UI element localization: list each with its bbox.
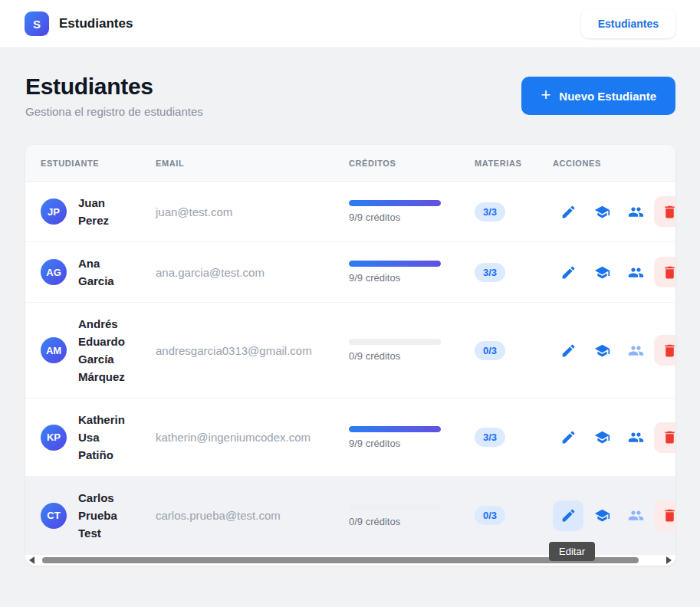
delete-button[interactable] [654,196,675,227]
people-icon [628,429,644,445]
groups-button[interactable] [620,422,651,453]
credits-progress-bar [349,504,441,510]
avatar: KP [41,425,67,451]
subjects-button[interactable] [587,196,617,227]
new-student-button-label: Nuevo Estudiante [559,90,656,103]
materias-badge: 3/3 [475,428,505,447]
groups-button[interactable] [620,500,651,531]
actions-cell [553,500,675,531]
topbar-brand: S Estudiantes [25,11,133,36]
student-cell: KP Katherin Usa Patiño [25,411,156,464]
app-logo-letter: S [33,18,41,31]
actions-cell [553,335,675,366]
credits-cell: 9/9 créditos [349,426,472,449]
people-icon [628,507,644,523]
materias-badge: 0/3 [475,341,505,360]
app-title: Estudiantes [59,16,133,31]
avatar-initials: KP [47,431,61,443]
subjects-button[interactable] [587,500,617,531]
credits-cell: 9/9 créditos [349,200,472,223]
student-email: ana.garcia@test.com [156,266,349,279]
avatar: JP [41,199,67,225]
materias-cell: 0/3 [472,341,553,360]
student-name: Carlos Prueba Test [78,489,130,542]
subjects-button[interactable] [587,257,617,287]
materias-cell: 3/3 [472,428,553,447]
delete-button[interactable] [654,500,675,531]
people-icon [628,264,644,281]
delete-button[interactable] [654,422,675,453]
avatar: CT [41,503,67,529]
credits-cell: 0/9 créditos [349,504,472,527]
column-header-email: Email [156,159,349,168]
credits-progress-fill [349,261,441,267]
avatar: AG [41,259,67,285]
column-header-creditos: Créditos [349,159,472,168]
credits-cell: 0/9 créditos [349,339,472,362]
delete-button[interactable] [654,335,675,366]
school-icon [594,429,610,445]
table-row: AM Andrés Eduardo García Márquez andresg… [25,303,675,399]
plus-icon: + [541,87,550,103]
avatar-initials: AG [46,267,61,278]
school-icon [594,507,610,523]
avatar-initials: JP [48,206,60,218]
credits-progress-bar [349,426,441,432]
topbar: S Estudiantes Estudiantes [0,0,700,48]
delete-button[interactable] [654,257,675,287]
materias-badge: 3/3 [475,202,505,221]
groups-button[interactable] [620,335,651,366]
student-name: Andrés Eduardo García Márquez [78,315,130,386]
credits-cell: 9/9 créditos [349,261,472,284]
people-icon [628,204,644,220]
credits-label: 9/9 créditos [349,212,472,223]
table-header-row: Estudiante Email Créditos Materias Accio… [25,145,675,182]
edit-button[interactable] [553,500,583,531]
trash-icon [662,507,676,523]
edit-icon [560,343,577,359]
edit-icon [560,264,577,281]
edit-icon [560,204,577,220]
student-email: katherin@ingeniumcodex.com [156,431,349,444]
school-icon [594,343,610,359]
materias-badge: 3/3 [475,263,505,282]
people-icon [628,343,644,359]
actions-cell [553,196,675,227]
students-table: Estudiante Email Créditos Materias Accio… [25,145,675,555]
trash-icon [662,429,676,445]
student-cell: JP Juan Perez [25,194,156,229]
student-cell: CT Carlos Prueba Test [25,489,156,542]
main-content: Estudiantes Gestiona el registro de estu… [0,74,700,566]
subjects-button[interactable] [587,422,617,453]
edit-tooltip: Editar [549,542,595,561]
edit-button[interactable] [553,422,583,453]
avatar-initials: AM [46,345,61,356]
table-row: KP Katherin Usa Patiño katherin@ingenium… [25,399,675,477]
edit-icon [560,429,577,445]
scroll-left-arrow-icon[interactable] [29,556,35,564]
edit-button[interactable] [553,335,583,366]
edit-button[interactable] [553,257,583,287]
student-email: juan@test.com [156,205,349,218]
subjects-button[interactable] [587,335,617,366]
trash-icon [662,343,676,359]
nav-estudiantes-button[interactable]: Estudiantes [581,9,675,38]
students-table-card: Estudiante Email Créditos Materias Accio… [25,145,675,566]
materias-badge: 0/3 [475,506,505,525]
actions-cell [553,422,675,453]
school-icon [594,204,610,220]
materias-cell: 3/3 [472,202,553,221]
credits-label: 9/9 créditos [349,272,472,284]
student-email: carlos.prueba@test.com [156,509,349,522]
groups-button[interactable] [620,196,651,227]
page-header-text: Estudiantes Gestiona el registro de estu… [25,74,203,118]
credits-label: 0/9 créditos [349,516,472,527]
page-header: Estudiantes Gestiona el registro de estu… [25,74,675,118]
groups-button[interactable] [620,257,651,287]
scroll-right-arrow-icon[interactable] [666,556,672,564]
table-row: AG Ana Garcia ana.garcia@test.com 9/9 cr… [25,242,675,303]
student-name: Juan Perez [78,194,130,229]
student-name: Katherin Usa Patiño [78,411,130,464]
new-student-button[interactable]: + Nuevo Estudiante [521,77,675,115]
edit-button[interactable] [553,196,583,227]
